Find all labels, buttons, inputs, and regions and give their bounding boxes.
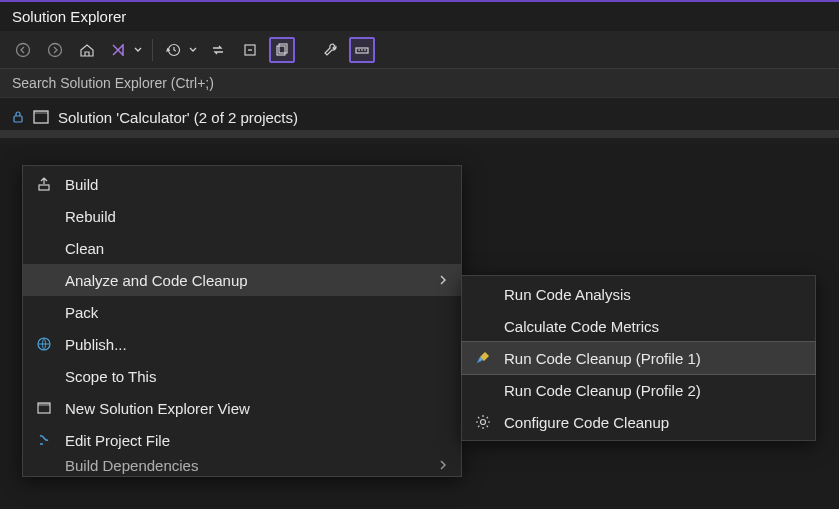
home-button[interactable] [74,37,100,63]
submenu-arrow-icon [439,460,447,470]
menu-clean[interactable]: Clean [23,232,461,264]
svg-point-14 [481,420,486,425]
submenu-configure[interactable]: Configure Code Cleanup [462,406,815,438]
home-icon [79,42,95,58]
submenu-cleanup-p2[interactable]: Run Code Cleanup (Profile 2) [462,374,815,406]
search-input[interactable]: Search Solution Explorer (Ctrl+;) [0,69,839,98]
menu-item-label: Run Code Analysis [498,286,805,303]
svg-rect-7 [14,116,22,122]
svg-point-0 [17,43,30,56]
switch-views-dropdown[interactable] [134,46,144,54]
solution-tree: Solution 'Calculator' (2 of 2 projects) [0,98,839,144]
build-icon [29,176,59,192]
vs-icon [111,42,127,58]
wrench-icon [322,42,338,58]
menu-item-label: Run Code Cleanup (Profile 1) [498,350,805,367]
gear-icon [468,414,498,430]
menu-item-label: Edit Project File [59,432,451,449]
solution-icon [32,108,50,126]
solution-label: Solution 'Calculator' (2 of 2 projects) [58,109,298,126]
back-button[interactable] [10,37,36,63]
toolbar [0,31,839,69]
forward-icon [47,42,63,58]
show-all-files-button[interactable] [269,37,295,63]
back-icon [15,42,31,58]
chevron-down-icon [134,46,142,54]
menu-item-label: Rebuild [59,208,451,225]
menu-pack[interactable]: Pack [23,296,461,328]
sync-icon [210,42,226,58]
panel-title: Solution Explorer [0,2,839,31]
svg-point-1 [49,43,62,56]
search-placeholder: Search Solution Explorer (Ctrl+;) [12,75,214,91]
svg-rect-9 [34,111,48,114]
preview-button[interactable] [349,37,375,63]
switch-views-button[interactable] [106,37,132,63]
submenu-arrow-icon [439,275,447,285]
pending-changes-button[interactable] [161,37,187,63]
menu-build-deps[interactable]: Build Dependencies [23,456,461,474]
chevron-down-icon [189,46,197,54]
menu-item-label: Build [59,176,451,193]
menu-item-label: Run Code Cleanup (Profile 2) [498,382,805,399]
menu-analyze[interactable]: Analyze and Code Cleanup [23,264,461,296]
project-node[interactable] [0,130,839,138]
forward-button[interactable] [42,37,68,63]
menu-item-label: Analyze and Code Cleanup [59,272,439,289]
sync-button[interactable] [205,37,231,63]
menu-item-label: New Solution Explorer View [59,400,451,417]
publish-icon [29,336,59,352]
broom-icon [468,350,498,366]
analyze-submenu: Run Code Analysis Calculate Code Metrics… [461,275,816,441]
submenu-run-analysis[interactable]: Run Code Analysis [462,278,815,310]
svg-rect-5 [279,44,287,53]
svg-rect-4 [277,46,285,55]
menu-item-label: Pack [59,304,451,321]
menu-build[interactable]: Build [23,168,461,200]
menu-item-label: Clean [59,240,451,257]
menu-publish[interactable]: Publish... [23,328,461,360]
menu-item-label: Calculate Code Metrics [498,318,805,335]
toolbar-separator [152,39,153,61]
submenu-calc-metrics[interactable]: Calculate Code Metrics [462,310,815,342]
panel-title-text: Solution Explorer [12,8,126,25]
menu-item-label: Build Dependencies [59,457,439,474]
new-view-icon [29,400,59,416]
preview-icon [354,42,370,58]
menu-rebuild[interactable]: Rebuild [23,200,461,232]
properties-button[interactable] [317,37,343,63]
menu-edit-project[interactable]: Edit Project File [23,424,461,456]
pending-changes-dropdown[interactable] [189,46,199,54]
svg-rect-13 [38,403,50,406]
menu-scope[interactable]: Scope to This [23,360,461,392]
menu-item-label: Configure Code Cleanup [498,414,805,431]
context-menu: Build Rebuild Clean Analyze and Code Cle… [22,165,462,477]
edit-icon [29,432,59,448]
files-icon [274,42,290,58]
menu-item-label: Scope to This [59,368,451,385]
submenu-cleanup-p1[interactable]: Run Code Cleanup (Profile 1) [462,342,815,374]
collapse-all-button[interactable] [237,37,263,63]
lock-icon [12,111,24,123]
collapse-icon [242,42,258,58]
menu-new-view[interactable]: New Solution Explorer View [23,392,461,424]
menu-item-label: Publish... [59,336,451,353]
svg-rect-10 [39,185,49,190]
solution-node[interactable]: Solution 'Calculator' (2 of 2 projects) [0,104,839,130]
history-icon [166,42,182,58]
